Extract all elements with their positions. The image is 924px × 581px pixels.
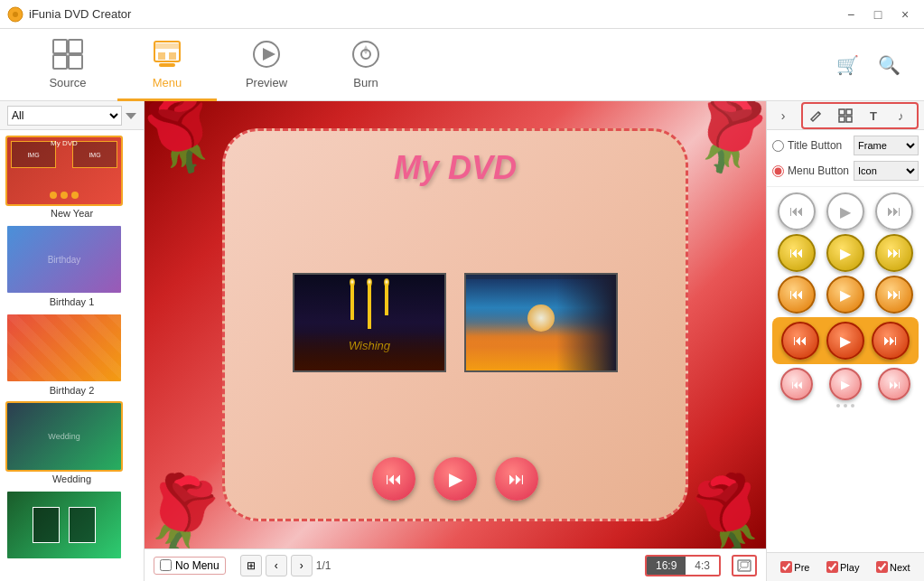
music-icon: ♪ [896, 108, 910, 123]
play-check[interactable]: Play [826, 561, 859, 573]
cart-button[interactable]: 🛒 [830, 48, 864, 82]
pre-checkbox[interactable] [780, 561, 792, 573]
btn-s1-prev[interactable]: ⏮ [778, 192, 816, 230]
dvd-next-button[interactable]: ⏭ [495, 457, 538, 501]
dvd-prev-button[interactable]: ⏮ [372, 457, 415, 501]
svg-rect-3 [69, 40, 82, 53]
next-label[interactable]: Next [890, 562, 910, 573]
ratio-16-9-button[interactable]: 16:9 [647, 557, 686, 575]
pre-check[interactable]: Pre [780, 561, 809, 573]
grid-icon-button[interactable] [832, 104, 859, 127]
play-checkbox[interactable] [826, 561, 838, 573]
btn-s4-prev[interactable]: ⏮ [781, 322, 819, 360]
bottom-bar: No Menu ⊞ ‹ › 1/1 16:9 4:3 [145, 548, 766, 581]
play-label[interactable]: Play [840, 562, 859, 573]
btn-s4-play[interactable]: ▶ [826, 322, 864, 360]
source-label: Source [49, 76, 86, 89]
title-button-select[interactable]: Frame [854, 136, 919, 155]
dvd-thumb-2 [464, 273, 618, 372]
btn-s2-next[interactable]: ⏭ [875, 234, 913, 272]
btn-s1-next[interactable]: ⏭ [875, 192, 913, 230]
aspect-fit-button[interactable] [732, 555, 757, 576]
menu-icon [151, 38, 183, 70]
close-button[interactable]: × [893, 3, 917, 26]
menu-button-label[interactable]: Menu Button [788, 164, 850, 177]
dvd-thumb-1: Wishing [293, 273, 446, 372]
aspect-icon [737, 559, 751, 572]
dvd-menu-preview: 🌹 🌹 🌹 🌹 My DVD Wishing [145, 101, 766, 548]
maximize-button[interactable]: □ [866, 3, 890, 26]
toolbar-item-burn[interactable]: Burn [316, 29, 415, 101]
theme-item-new-year[interactable]: IMG IMG My DVD New Year [5, 136, 138, 219]
no-menu-label[interactable]: No Menu [175, 559, 219, 572]
theme-item-birthday1[interactable]: Birthday Birthday 1 [5, 224, 138, 307]
minimize-button[interactable]: − [839, 3, 863, 26]
btn-s3-next[interactable]: ⏭ [875, 276, 913, 314]
svg-rect-5 [69, 55, 82, 69]
toolbar-item-menu[interactable]: Menu [117, 29, 217, 101]
btn-s5-next[interactable]: ⏭ [878, 368, 910, 400]
btn-s1-play[interactable]: ▶ [826, 192, 864, 230]
theme-item-green[interactable] [5, 490, 138, 562]
nav-controls: ⊞ ‹ › 1/1 [240, 555, 331, 576]
dvd-play-button[interactable]: ▶ [434, 457, 477, 501]
pre-label[interactable]: Pre [794, 562, 809, 573]
theme-new-year-label: New Year [5, 208, 138, 219]
preview-icon [250, 38, 283, 70]
next-page-button[interactable]: › [291, 555, 313, 576]
burn-icon [350, 38, 382, 70]
toolbar: Source Menu Preview Burn 🛒 🔍 [0, 29, 924, 101]
theme-item-wedding[interactable]: Wedding Wedding [5, 401, 138, 484]
menu-button-select[interactable]: Icon [854, 161, 919, 181]
title-bar-left: iFunia DVD Creator [7, 6, 131, 23]
btn-s4-next[interactable]: ⏭ [872, 322, 910, 360]
dvd-title: My DVD [394, 149, 517, 187]
theme-filter-select[interactable]: All New Year Birthday Wedding [7, 106, 122, 126]
filmstrip-button[interactable]: ⊞ [240, 555, 262, 576]
btn-s3-prev[interactable]: ⏮ [778, 276, 816, 314]
search-button[interactable]: 🔍 [872, 48, 906, 82]
text-icon-button[interactable]: T [861, 104, 888, 127]
toolbar-right: 🛒 🔍 [830, 48, 906, 82]
left-sidebar: All New Year Birthday Wedding IMG IMG [0, 101, 145, 581]
svg-rect-24 [846, 117, 852, 122]
ratio-4-3-button[interactable]: 4:3 [686, 557, 719, 575]
menu-label: Menu [153, 76, 182, 89]
svg-rect-10 [159, 63, 175, 67]
ratio-group: 16:9 4:3 [645, 555, 721, 576]
btn-s5-play[interactable]: ▶ [829, 368, 862, 400]
button-set-1: ⏮ ▶ ⏭ [772, 192, 919, 230]
no-menu-checkbox[interactable] [160, 559, 172, 571]
toolbar-item-preview[interactable]: Preview [217, 29, 316, 101]
title-button-radio[interactable] [772, 140, 784, 152]
main-layout: All New Year Birthday Wedding IMG IMG [0, 101, 924, 581]
svg-rect-9 [169, 52, 176, 60]
svg-text:T: T [870, 109, 877, 123]
app-icon [7, 6, 23, 23]
btn-s3-play[interactable]: ▶ [826, 276, 864, 314]
title-button-label[interactable]: Title Button [788, 139, 850, 152]
btn-s5-prev[interactable]: ⏮ [780, 368, 813, 400]
panel-options: Title Button Frame Menu Button Icon [767, 130, 924, 187]
text-icon: T [867, 108, 882, 123]
button-sets-scroll: ⏮ ▶ ⏭ ⏮ ▶ ⏭ ⏮ ▶ ⏭ ⏮ ▶ ⏭ [767, 187, 924, 552]
toolbar-item-source[interactable]: Source [18, 29, 117, 101]
no-menu-checkbox-wrap[interactable]: No Menu [154, 557, 226, 575]
next-check[interactable]: Next [876, 561, 910, 573]
music-icon-button[interactable]: ♪ [890, 104, 917, 127]
panel-icon-group: T ♪ [801, 102, 919, 129]
panel-footer: Pre Play Next [767, 552, 924, 581]
next-checkbox[interactable] [876, 561, 888, 573]
btn-s2-prev[interactable]: ⏮ [778, 234, 816, 272]
button-set-separator [772, 404, 919, 408]
theme-item-birthday2[interactable]: Birthday 2 [5, 313, 138, 396]
menu-button-radio[interactable] [772, 165, 784, 177]
preview-label: Preview [246, 76, 287, 89]
btn-s2-play[interactable]: ▶ [826, 234, 864, 272]
panel-expand-button[interactable]: › [772, 105, 794, 127]
prev-page-button[interactable]: ‹ [266, 555, 287, 576]
edit-icon-button[interactable] [803, 104, 830, 127]
svg-marker-12 [263, 48, 275, 61]
preview-area: 🌹 🌹 🌹 🌹 My DVD Wishing [145, 101, 766, 548]
svg-text:♪: ♪ [898, 109, 904, 123]
